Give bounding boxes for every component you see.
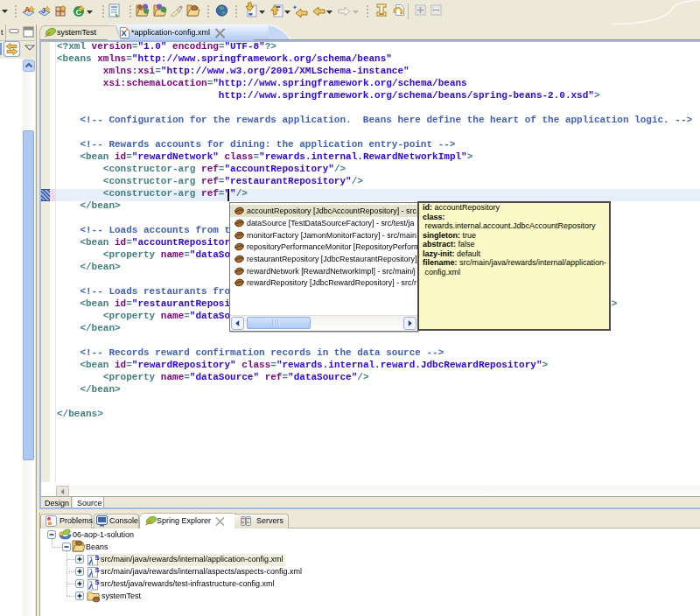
svg-text:S: S bbox=[95, 578, 101, 586]
svg-text:J: J bbox=[41, 6, 46, 15]
svg-text:X: X bbox=[122, 29, 127, 38]
svg-text:S: S bbox=[95, 566, 101, 574]
svg-text:S: S bbox=[95, 554, 101, 562]
